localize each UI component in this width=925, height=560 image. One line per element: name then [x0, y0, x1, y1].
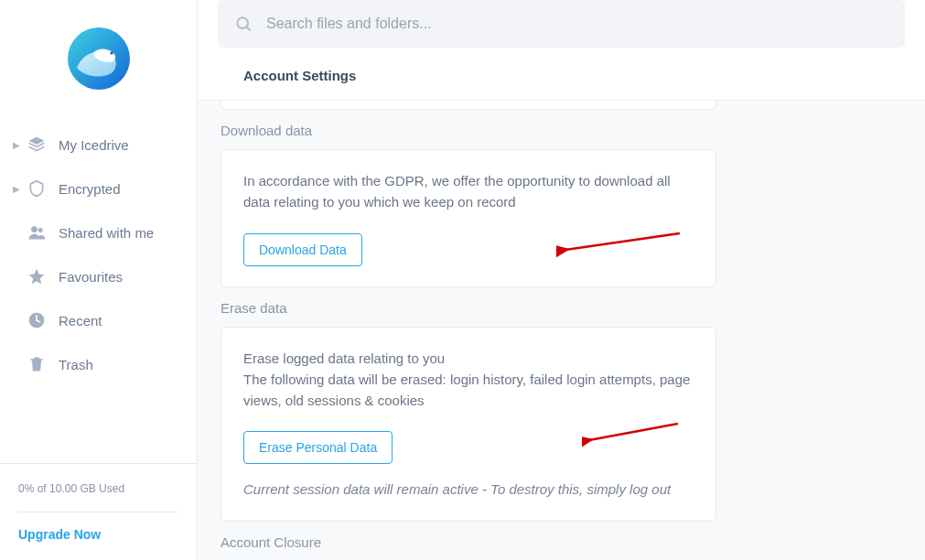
search-icon [234, 15, 253, 33]
nav-label: Encrypted [59, 181, 121, 197]
search-box[interactable] [218, 0, 905, 48]
sidebar-item-favourites[interactable]: ▶ Favourites [13, 254, 197, 298]
svg-point-2 [31, 226, 38, 232]
layers-icon [27, 135, 46, 154]
main: Account Settings Download data In accord… [198, 0, 925, 560]
download-data-button[interactable]: Download Data [243, 233, 362, 266]
section-heading-erase: Erase data [220, 300, 905, 316]
sidebar: ▶ My Icedrive ▶ Encrypted ▶ Shared with … [0, 0, 198, 560]
download-data-card: In accordance with the GDPR, we offer th… [220, 149, 716, 287]
star-icon [27, 267, 46, 285]
app-logo[interactable] [66, 26, 132, 92]
topbar: Account Settings [198, 0, 925, 100]
svg-line-6 [247, 27, 251, 31]
svg-point-3 [38, 228, 43, 232]
trash-icon [27, 355, 46, 373]
sidebar-bottom: 0% of 10.00 GB Used Upgrade Now [0, 463, 197, 560]
nav-label: Recent [59, 313, 102, 328]
erase-data-card: Erase logged data relating to you The fo… [220, 327, 716, 522]
erase-note: Current session data will remain active … [243, 479, 694, 500]
sidebar-item-shared[interactable]: ▶ Shared with me [13, 210, 197, 254]
caret-icon: ▶ [13, 140, 22, 150]
logo-area [0, 0, 197, 123]
svg-point-5 [237, 17, 248, 28]
sidebar-item-encrypted[interactable]: ▶ Encrypted [13, 167, 197, 210]
content-area: Download data In accordance with the GDP… [198, 100, 925, 560]
previous-card-edge [220, 101, 716, 110]
erase-body-1: Erase logged data relating to you [243, 348, 694, 369]
divider [18, 512, 178, 512]
upgrade-link[interactable]: Upgrade Now [18, 527, 178, 542]
storage-usage-text: 0% of 10.00 GB Used [18, 482, 178, 495]
download-body: In accordance with the GDPR, we offer th… [243, 170, 694, 213]
nav-label: Shared with me [59, 225, 154, 241]
sidebar-item-my-icedrive[interactable]: ▶ My Icedrive [13, 123, 197, 167]
sidebar-item-trash[interactable]: ▶ Trash [13, 342, 197, 386]
page-title: Account Settings [218, 48, 905, 100]
sidebar-item-recent[interactable]: ▶ Recent [13, 298, 197, 342]
section-heading-closure: Account Closure [220, 534, 905, 550]
nav-label: Favourites [59, 269, 123, 285]
nav-label: Trash [59, 357, 93, 372]
caret-icon: ▶ [13, 184, 22, 194]
erase-personal-data-button[interactable]: Erase Personal Data [243, 431, 393, 464]
search-input[interactable] [266, 16, 888, 32]
clock-icon [27, 311, 46, 329]
people-icon [27, 223, 46, 242]
nav-list: ▶ My Icedrive ▶ Encrypted ▶ Shared with … [0, 123, 197, 386]
section-heading-download: Download data [220, 123, 905, 138]
nav-label: My Icedrive [59, 137, 129, 153]
shield-icon [27, 179, 46, 198]
svg-point-1 [110, 51, 113, 54]
erase-body-2: The following data will be erased: login… [243, 369, 694, 412]
